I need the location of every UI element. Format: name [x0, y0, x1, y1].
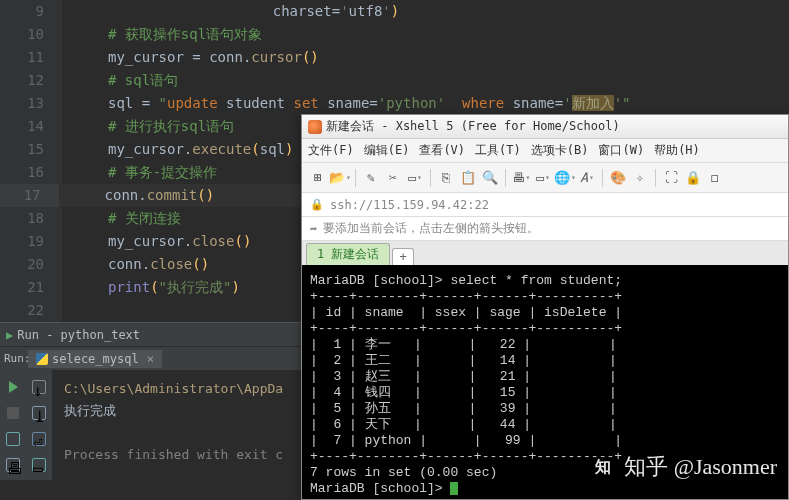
xshell-hintbar: ➦ 要添加当前会话，点击左侧的箭头按钮。	[302, 217, 788, 241]
line-number: 17	[0, 184, 59, 207]
line-number: 19	[0, 230, 62, 253]
line-number: 12	[0, 69, 62, 92]
code-content[interactable]: my_cursor = conn.cursor()	[62, 46, 319, 69]
terminal-line: | 7 | python | | 99 | |	[310, 433, 780, 449]
code-line[interactable]: 9 charset='utf8')	[0, 0, 789, 23]
menu-item[interactable]: 工具(T)	[475, 142, 521, 159]
globe-icon[interactable]: 🌐	[555, 168, 575, 188]
lock-icon[interactable]: 🔒	[683, 168, 703, 188]
xshell-addressbar[interactable]: 🔒 ssh://115.159.94.42:22	[302, 193, 788, 217]
run-tab-active[interactable]: selece_mysql ×	[28, 350, 162, 368]
terminal-line: | 2 | 王二 | | 14 | |	[310, 353, 780, 369]
layout-button[interactable]	[0, 426, 26, 452]
terminal-line: +----+--------+------+------+----------+	[310, 289, 780, 305]
xshell-titlebar[interactable]: 新建会话 - Xshell 5 (Free for Home/School)	[302, 115, 788, 139]
menu-item[interactable]: 查看(V)	[419, 142, 465, 159]
settings-button[interactable]: ▭	[26, 452, 52, 478]
xshell-toolbar: ⊞ 📂 ✎ ✂ ▭ ⎘ 📋 🔍 🖶 ▭ 🌐 A 🎨 ✧ ⛶ 🔒 ◻	[302, 163, 788, 193]
line-number: 16	[0, 161, 62, 184]
hint-arrow-icon[interactable]: ➦	[310, 222, 317, 236]
code-line[interactable]: 13sql = "update student set sname='pytho…	[0, 92, 789, 115]
terminal-line: | 1 | 李一 | | 22 | |	[310, 337, 780, 353]
code-line[interactable]: 12# sql语句	[0, 69, 789, 92]
line-number: 20	[0, 253, 62, 276]
fullscreen-icon[interactable]: ⛶	[661, 168, 681, 188]
run-icon: ▶	[6, 323, 13, 347]
code-line[interactable]: 10# 获取操作sql语句对象	[0, 23, 789, 46]
transparent-icon[interactable]: ◻	[705, 168, 725, 188]
terminal-cursor	[450, 482, 458, 495]
python-file-icon	[36, 353, 48, 365]
xshell-window[interactable]: 新建会话 - Xshell 5 (Free for Home/School) 文…	[301, 114, 789, 500]
xshell-tabbar: 1 新建会话 +	[302, 241, 788, 265]
code-content[interactable]: my_cursor.close()	[62, 230, 251, 253]
line-number: 9	[0, 0, 62, 23]
terminal-line: | 6 | 天下 | | 44 | |	[310, 417, 780, 433]
line-number: 10	[0, 23, 62, 46]
line-number: 11	[0, 46, 62, 69]
line-number: 15	[0, 138, 62, 161]
code-content[interactable]: # sql语句	[62, 69, 178, 92]
code-content[interactable]: my_cursor.execute(sql)	[62, 138, 293, 161]
disconnect-icon[interactable]: ✂	[383, 168, 403, 188]
xshell-icon	[308, 120, 322, 134]
terminal-line: | id | sname | ssex | sage | isDelete |	[310, 305, 780, 321]
paste-icon[interactable]: 📋	[458, 168, 478, 188]
terminal-line: +----+--------+------+------+----------+	[310, 321, 780, 337]
code-content[interactable]: # 关闭连接	[62, 207, 181, 230]
menu-item[interactable]: 编辑(E)	[364, 142, 410, 159]
line-number: 14	[0, 115, 62, 138]
code-content[interactable]: # 获取操作sql语句对象	[62, 23, 262, 46]
menu-item[interactable]: 选项卡(B)	[531, 142, 589, 159]
compose-icon[interactable]: ✧	[630, 168, 650, 188]
terminal-line: | 4 | 钱四 | | 15 | |	[310, 385, 780, 401]
code-content[interactable]	[62, 299, 108, 322]
close-icon[interactable]: ×	[147, 352, 154, 366]
screen-icon[interactable]: ▭	[533, 168, 553, 188]
code-content[interactable]: conn.close()	[62, 253, 209, 276]
find-icon[interactable]: 🔍	[480, 168, 500, 188]
xshell-title-text: 新建会话 - Xshell 5 (Free for Home/School)	[326, 118, 620, 135]
menu-item[interactable]: 帮助(H)	[654, 142, 700, 159]
code-content[interactable]: # 进行执行sql语句	[62, 115, 234, 138]
run-sidebar: ↓ ⤓ ⏎ 🖶 ▭	[0, 370, 52, 480]
menu-item[interactable]: 文件(F)	[308, 142, 354, 159]
terminal-line: | 3 | 赵三 | | 21 | |	[310, 369, 780, 385]
run-tab-name: selece_mysql	[52, 352, 139, 366]
watermark-text: 知乎 @Jasonmer	[624, 452, 777, 482]
xshell-tab-add[interactable]: +	[392, 248, 413, 265]
code-content[interactable]: sql = "update student set sname='python'…	[62, 92, 631, 115]
menu-item[interactable]: 窗口(W)	[598, 142, 644, 159]
xshell-address: ssh://115.159.94.42:22	[330, 198, 489, 212]
code-content[interactable]: # 事务-提交操作	[62, 161, 217, 184]
new-session-icon[interactable]: ⊞	[308, 168, 328, 188]
code-line[interactable]: 11my_cursor = conn.cursor()	[0, 46, 789, 69]
line-number: 18	[0, 207, 62, 230]
run-label: Run:	[0, 352, 28, 365]
scroll-button[interactable]: ⤓	[26, 400, 52, 426]
watermark: 知 知乎 @Jasonmer	[590, 452, 777, 482]
run-button[interactable]	[0, 374, 26, 400]
line-number: 13	[0, 92, 62, 115]
copy-icon[interactable]: ⎘	[436, 168, 456, 188]
xshell-hint-text: 要添加当前会话，点击左侧的箭头按钮。	[323, 220, 539, 237]
xshell-menubar: 文件(F)编辑(E)查看(V)工具(T)选项卡(B)窗口(W)帮助(H)	[302, 139, 788, 163]
code-content[interactable]: print("执行完成")	[62, 276, 240, 299]
xshell-tab-active[interactable]: 1 新建会话	[306, 243, 390, 265]
line-number: 22	[0, 299, 62, 322]
properties-icon[interactable]: ▭	[405, 168, 425, 188]
wrap-button[interactable]: ⏎	[26, 426, 52, 452]
reconnect-icon[interactable]: ✎	[361, 168, 381, 188]
terminal-line: | 5 | 孙五 | | 39 | |	[310, 401, 780, 417]
color-icon[interactable]: 🎨	[608, 168, 628, 188]
open-icon[interactable]: 📂	[330, 168, 350, 188]
print-button[interactable]: 🖶	[0, 452, 26, 478]
code-content[interactable]: charset='utf8')	[62, 0, 399, 23]
print-icon[interactable]: 🖶	[511, 168, 531, 188]
terminal-line: MariaDB [school]> select * from student;	[310, 273, 780, 289]
font-icon[interactable]: A	[577, 168, 597, 188]
rerun-button[interactable]: ↓	[26, 374, 52, 400]
run-panel-title: Run - python_text	[17, 323, 140, 347]
zhihu-icon: 知	[590, 454, 616, 480]
stop-button[interactable]	[0, 400, 26, 426]
